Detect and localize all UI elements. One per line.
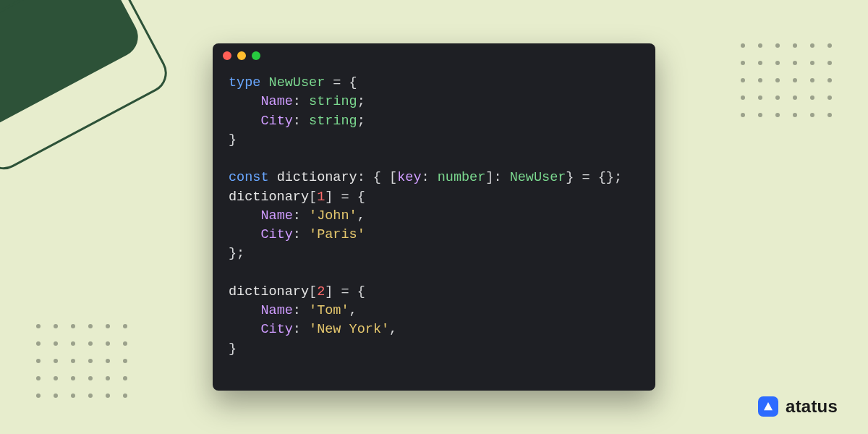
code-window: type NewUser = { Name: string; City: str… [213,43,655,391]
code-block: type NewUser = { Name: string; City: str… [213,68,655,375]
decor-dots-top-right [741,43,832,117]
window-minimize-dot [237,51,246,60]
brand-name: atatus [786,396,838,417]
decor-dots-bottom-left [36,324,127,398]
brand-logo-icon [758,396,778,417]
brand: atatus [758,396,838,417]
window-zoom-dot [252,51,260,60]
window-close-dot [223,51,231,60]
decor-shape-outline [0,0,174,176]
window-titlebar [213,43,655,68]
